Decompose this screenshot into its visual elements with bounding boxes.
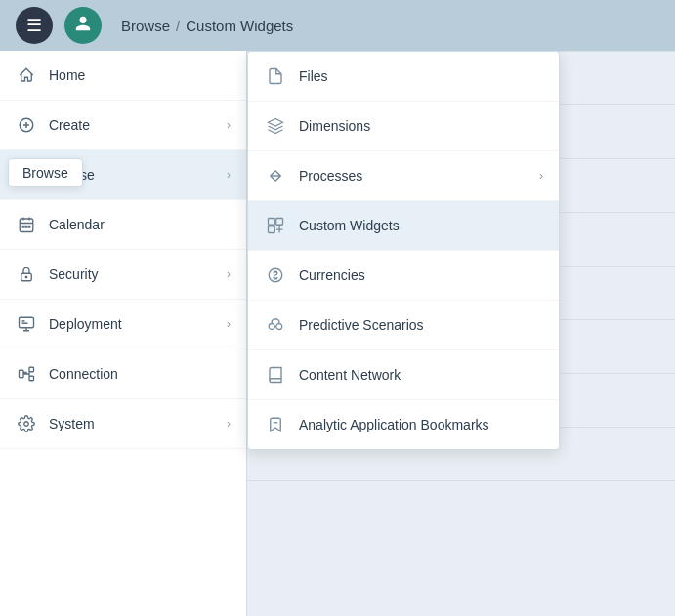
sidebar-connection-label: Connection (49, 366, 231, 382)
sidebar-browse-label: Browse (49, 167, 227, 183)
svg-rect-2 (28, 168, 33, 173)
breadcrumb-separator: / (176, 18, 180, 34)
dropdown-currencies-label: Currencies (299, 267, 543, 283)
svg-rect-17 (276, 219, 283, 226)
svg-rect-16 (269, 219, 275, 226)
currency-icon (264, 264, 287, 287)
svg-rect-12 (20, 370, 24, 378)
dropdown-item-files[interactable]: Files (248, 52, 559, 102)
create-arrow-icon: › (227, 118, 231, 132)
svg-point-20 (269, 324, 274, 330)
dropdown-custom-widgets-label: Custom Widgets (299, 218, 543, 233)
connection-icon (16, 363, 37, 385)
svg-rect-14 (29, 376, 34, 381)
dropdown-item-content-network[interactable]: Content Network (248, 350, 559, 400)
file-icon (264, 64, 287, 88)
sidebar-item-system[interactable]: System › (0, 399, 246, 449)
bookmark-icon (264, 413, 287, 436)
content-area: Files Dimensions (247, 51, 675, 616)
system-arrow-icon: › (227, 417, 231, 431)
dropdown-dimensions-label: Dimensions (299, 118, 543, 134)
menu-button[interactable]: ☰ (16, 7, 53, 44)
dropdown-analytic-bookmarks-label: Analytic Application Bookmarks (299, 417, 543, 432)
breadcrumb-browse[interactable]: Browse (121, 18, 170, 34)
sidebar-item-calendar[interactable]: Calendar (0, 200, 246, 250)
hamburger-icon: ☰ (26, 15, 42, 36)
dropdown-files-label: Files (299, 68, 543, 84)
sidebar-home-label: Home (49, 67, 231, 83)
dropdown-item-processes[interactable]: Processes › (248, 151, 559, 201)
sidebar-calendar-label: Calendar (49, 217, 231, 232)
dropdown-predictive-label: Predictive Scenarios (299, 317, 543, 333)
security-icon (16, 264, 37, 285)
sidebar-item-deployment[interactable]: Deployment › (0, 300, 246, 349)
sidebar-item-browse[interactable]: Browse › Browse (0, 150, 246, 200)
sidebar-create-label: Create (49, 117, 227, 133)
svg-rect-11 (20, 317, 34, 328)
svg-rect-7 (25, 226, 27, 228)
sidebar: Home Create › Browse (0, 51, 247, 616)
security-arrow-icon: › (227, 267, 231, 281)
binoculars-icon (264, 313, 287, 337)
dropdown-item-currencies[interactable]: Currencies (248, 251, 559, 301)
breadcrumb: Browse / Custom Widgets (121, 18, 293, 34)
browse-arrow-icon: › (227, 168, 231, 182)
sidebar-item-home[interactable]: Home (0, 51, 246, 101)
svg-point-15 (24, 422, 29, 427)
main-container: Home Create › Browse (0, 51, 675, 616)
sidebar-system-label: System (49, 416, 227, 431)
calendar-icon (16, 214, 37, 235)
dropdown-item-analytic-bookmarks[interactable]: Analytic Application Bookmarks (248, 400, 559, 449)
plus-icon (16, 114, 37, 136)
svg-rect-8 (28, 226, 30, 228)
dropdown-processes-label: Processes (299, 168, 539, 184)
svg-rect-5 (20, 219, 33, 232)
widgets-icon (264, 214, 287, 237)
sidebar-security-label: Security (49, 267, 227, 282)
home-icon (16, 64, 37, 86)
sidebar-item-security[interactable]: Security › (0, 250, 246, 300)
browse-dropdown: Files Dimensions (247, 51, 560, 450)
svg-point-10 (25, 276, 27, 278)
svg-point-21 (276, 324, 282, 330)
svg-rect-1 (20, 168, 24, 173)
system-icon (16, 413, 37, 434)
dimensions-icon (264, 114, 287, 138)
user-button[interactable] (64, 7, 102, 44)
deployment-arrow-icon: › (227, 317, 231, 331)
dropdown-item-predictive-scenarios[interactable]: Predictive Scenarios (248, 301, 559, 350)
sidebar-item-create[interactable]: Create › (0, 101, 246, 150)
svg-rect-18 (269, 226, 275, 233)
processes-icon (264, 164, 287, 187)
app-header: ☰ Browse / Custom Widgets (0, 0, 675, 51)
sidebar-deployment-label: Deployment (49, 316, 227, 332)
deployment-icon (16, 313, 37, 335)
svg-rect-6 (22, 226, 24, 228)
browse-icon (16, 164, 37, 185)
dropdown-content-network-label: Content Network (299, 367, 543, 383)
breadcrumb-current: Custom Widgets (186, 18, 293, 34)
svg-rect-4 (28, 177, 33, 182)
svg-rect-3 (20, 177, 24, 182)
dropdown-item-dimensions[interactable]: Dimensions (248, 102, 559, 151)
book-icon (264, 363, 287, 387)
user-icon (74, 15, 92, 37)
sidebar-item-connection[interactable]: Connection (0, 349, 246, 399)
dropdown-item-custom-widgets[interactable]: Custom Widgets (248, 201, 559, 251)
svg-rect-13 (29, 367, 34, 372)
processes-arrow-icon: › (539, 169, 543, 183)
